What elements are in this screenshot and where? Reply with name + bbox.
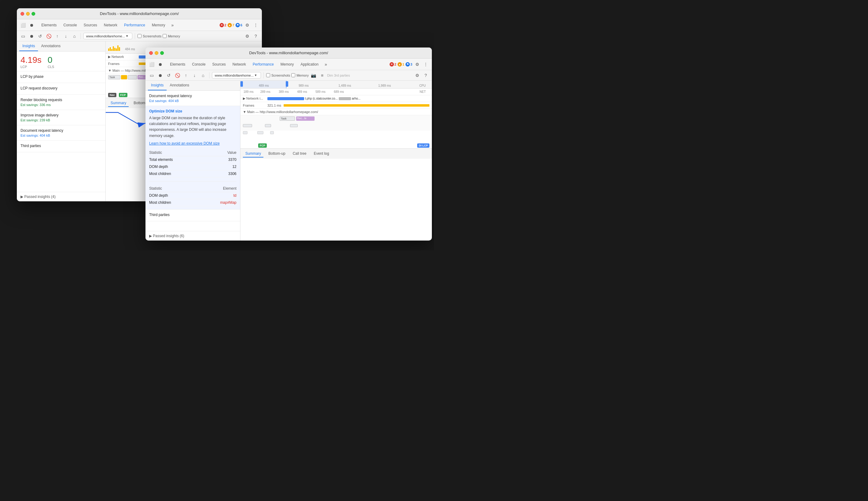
- passed-insights-back[interactable]: ▶ Passed insights (4): [17, 192, 105, 201]
- settings-icon2[interactable]: ⚙: [243, 32, 251, 40]
- tab-sources-front[interactable]: Sources: [209, 60, 229, 68]
- stats1-header-value: Value: [212, 149, 237, 156]
- tab-memory[interactable]: Memory: [149, 21, 168, 29]
- bottom-tab-bottomup-front[interactable]: Bottom-up: [266, 150, 287, 158]
- bottom-tab-summary[interactable]: Summary: [108, 99, 129, 107]
- help-icon-front[interactable]: ?: [422, 72, 430, 79]
- tab-elements[interactable]: Elements: [38, 21, 60, 29]
- more-options-front[interactable]: ⋮: [422, 61, 430, 68]
- timeline-panel-front: 489 ms 989 ms 1,489 ms 1,989 ms CPU 189 …: [240, 81, 432, 241]
- refresh-icon[interactable]: ↺: [36, 32, 44, 40]
- memory-check[interactable]: Memory: [163, 34, 180, 38]
- tab-performance-front[interactable]: Performance: [250, 60, 277, 68]
- passed-insights-front[interactable]: ▶ Passed insights (6): [145, 231, 240, 241]
- tab-memory-front[interactable]: Memory: [278, 60, 297, 68]
- url-bar-front[interactable]: www.milliondollarehome... ▾: [212, 72, 261, 78]
- insight-third-parties[interactable]: Third parties: [17, 141, 105, 152]
- settings-icon2-front[interactable]: ⚙: [413, 72, 421, 79]
- bottom-tab-summary-front[interactable]: Summary: [243, 150, 263, 158]
- optimize-dom-link[interactable]: Learn how to avoid an excessive DOM size: [149, 141, 237, 146]
- more-options-icon[interactable]: ⋮: [252, 21, 259, 29]
- tab-sources[interactable]: Sources: [80, 21, 100, 29]
- sidebar-icon-front[interactable]: ▭: [148, 72, 155, 79]
- record-icon[interactable]: ⏺: [28, 21, 35, 29]
- insight-image-delivery[interactable]: Improve image delivery Est savings: 239 …: [17, 110, 105, 125]
- record-icon2-front[interactable]: ⏺: [156, 72, 164, 79]
- window-title-back: DevTools - www.milliondollarhomepage.com…: [100, 11, 179, 16]
- tab-elements-front[interactable]: Elements: [167, 60, 188, 68]
- record-icon-front[interactable]: ⏺: [156, 61, 164, 68]
- network-track-front: ▶ Network i... t.php (c.statcounter.co..…: [240, 95, 432, 102]
- minimize-button-front[interactable]: [155, 51, 158, 55]
- close-button[interactable]: [21, 12, 24, 15]
- table-row: Most children 3306: [149, 170, 237, 177]
- memory-check-front[interactable]: Memory: [291, 73, 309, 77]
- insight-lcp-phase[interactable]: LCP by phase: [17, 71, 105, 83]
- tab-insights-back[interactable]: Insights: [19, 41, 38, 51]
- screenshots-check-front[interactable]: Screenshots: [266, 73, 290, 77]
- cls-label: CLS: [48, 65, 54, 68]
- tab-application-front[interactable]: Application: [297, 60, 322, 68]
- insight-lcp-request[interactable]: LCP request discovery: [17, 83, 105, 95]
- device-icon-front[interactable]: ⬜: [148, 61, 155, 68]
- tab-network-front[interactable]: Network: [229, 60, 249, 68]
- insight-doc-latency[interactable]: Document request latency Est savings: 40…: [17, 125, 105, 141]
- fcp-badge-front: FCP: [258, 143, 267, 148]
- bottom-tab-calltree[interactable]: Call tree: [290, 150, 309, 158]
- record-icon2[interactable]: ⏺: [28, 32, 35, 40]
- home-icon-front[interactable]: ⌂: [199, 72, 207, 79]
- download-icon-front[interactable]: ↓: [191, 72, 198, 79]
- home-icon[interactable]: ⌂: [71, 32, 78, 40]
- tab-console-front[interactable]: Console: [189, 60, 209, 68]
- more-tabs-front[interactable]: »: [322, 61, 329, 68]
- tab-insights-front[interactable]: Insights: [148, 81, 166, 90]
- selection-left[interactable]: [240, 81, 243, 87]
- memory-checkbox-front[interactable]: [291, 73, 295, 77]
- url-bar-back[interactable]: www.milliondollarehome... ▾: [83, 33, 132, 39]
- traffic-lights-back: [21, 12, 35, 15]
- tab-console[interactable]: Console: [60, 21, 80, 29]
- selection-right[interactable]: [286, 81, 288, 87]
- screenshots-checkbox-front[interactable]: [266, 73, 270, 77]
- upload-icon[interactable]: ↑: [54, 32, 61, 40]
- task-area-front: Task Rec...le: [240, 115, 432, 130]
- sep1: [80, 33, 81, 39]
- network-label-front: ▶ Network i...: [243, 97, 268, 100]
- tab-performance[interactable]: Performance: [121, 21, 148, 29]
- insights-tabs-back: Insights Annotations: [17, 41, 105, 52]
- device-icon[interactable]: ⬜: [19, 21, 26, 29]
- optimize-dom-desc: A large DOM can increase the duration of…: [149, 115, 237, 139]
- download-icon[interactable]: ↓: [62, 32, 69, 40]
- screenshot-icon-front[interactable]: 📷: [310, 72, 317, 79]
- insight-render-blocking[interactable]: Render blocking requests Est savings: 33…: [17, 95, 105, 110]
- clear-icon-front[interactable]: 🚫: [174, 72, 181, 79]
- memory-checkbox[interactable]: [163, 34, 166, 38]
- bottom-tab-eventlog[interactable]: Event log: [311, 150, 332, 158]
- minimize-button[interactable]: [26, 12, 30, 15]
- insight-optimize-dom[interactable]: Optimize DOM size A large DOM can increa…: [145, 106, 240, 210]
- toolbar-front: ▭ ⏺ ↺ 🚫 ↑ ↓ ⌂ www.milliondollarehome... …: [145, 70, 432, 81]
- refresh-icon-front[interactable]: ↺: [165, 72, 172, 79]
- tab-network[interactable]: Network: [101, 21, 120, 29]
- help-icon[interactable]: ?: [252, 32, 259, 40]
- close-button-front[interactable]: [149, 51, 153, 55]
- maximize-button[interactable]: [32, 12, 35, 15]
- maximize-button-front[interactable]: [160, 51, 164, 55]
- clear-icon[interactable]: 🚫: [45, 32, 52, 40]
- cpu-label: CPU: [419, 84, 426, 87]
- sidebar-icon[interactable]: ▭: [19, 32, 26, 40]
- settings-icon[interactable]: ⚙: [243, 21, 251, 29]
- tab-annotations-back[interactable]: Annotations: [38, 41, 63, 51]
- insight-third-parties-front[interactable]: Third parties: [145, 210, 240, 221]
- ruler-row1: 489 ms 989 ms 1,489 ms 1,989 ms CPU: [240, 81, 432, 88]
- settings-icon-front[interactable]: ⚙: [413, 61, 421, 68]
- frames-label-front: Frames: [243, 104, 268, 107]
- screenshots-check[interactable]: Screenshots: [138, 34, 161, 38]
- more-tabs-icon[interactable]: »: [169, 21, 176, 29]
- sep2: [135, 33, 135, 39]
- tab-annotations-front[interactable]: Annotations: [166, 81, 192, 90]
- insight-doc-latency-front[interactable]: Document request latency Est savings: 40…: [145, 91, 240, 106]
- screenshots-checkbox[interactable]: [138, 34, 141, 38]
- layout-icon-front[interactable]: ≡: [318, 72, 326, 79]
- upload-icon-front[interactable]: ↑: [182, 72, 189, 79]
